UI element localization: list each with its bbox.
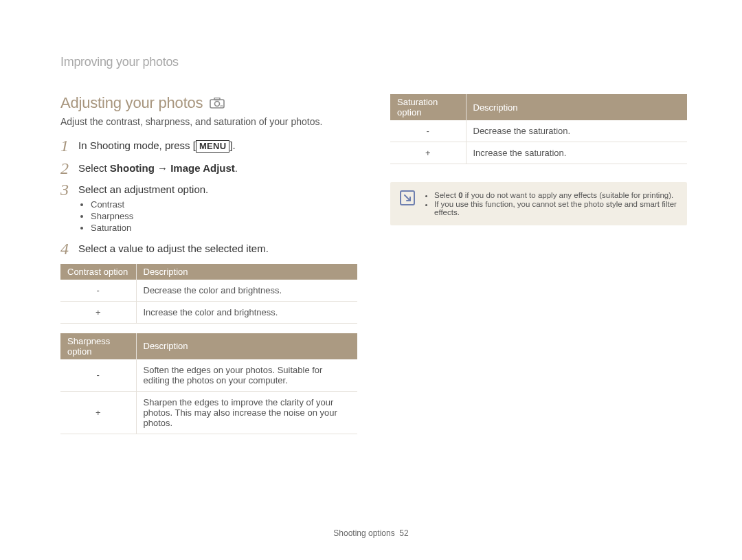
right-column: Saturation option Description - Decrease…: [390, 94, 687, 434]
table-cell-option: +: [60, 391, 136, 434]
step-1-text-post: ].: [229, 139, 235, 151]
table-row: - Decrease the color and brightness.: [60, 280, 357, 302]
table-header: Sharpness option: [60, 333, 136, 359]
step-4: Select a value to adjust the selected it…: [60, 243, 357, 254]
camera-mode-icon: P: [210, 97, 225, 109]
table-row: + Increase the saturation.: [390, 142, 687, 164]
note-box: Select 0 if you do not want to apply any…: [390, 182, 687, 225]
step-3: Select an adjustment option. Contrast Sh…: [60, 183, 357, 233]
table-header: Description: [136, 264, 357, 280]
table-cell-desc: Soften the edges on your photos. Suitabl…: [136, 359, 357, 392]
page-footer: Shooting options 52: [0, 528, 742, 538]
table-header: Contrast option: [60, 264, 136, 280]
note-line-1-pre: Select: [434, 191, 458, 199]
section-title-text: Adjusting your photos: [60, 94, 203, 112]
table-cell-desc: Sharpen the edges to improve the clarity…: [136, 391, 357, 434]
section-intro: Adjust the contrast, sharpness, and satu…: [60, 116, 357, 127]
table-cell-desc: Decrease the color and brightness.: [136, 280, 357, 302]
svg-text:P: P: [221, 104, 223, 109]
table-cell-option: -: [60, 280, 136, 302]
step-3-item: Sharpness: [91, 211, 357, 221]
step-2-text-post: .: [235, 162, 238, 174]
breadcrumb: Improving your photos: [60, 55, 687, 69]
table-cell-desc: Increase the color and brightness.: [136, 301, 357, 323]
step-1-text-pre: In Shooting mode, press [: [78, 139, 196, 151]
contrast-table: Contrast option Description - Decrease t…: [60, 264, 357, 324]
table-cell-desc: Increase the saturation.: [466, 142, 687, 164]
table-header: Description: [136, 333, 357, 359]
table-row: - Soften the edges on your photos. Suita…: [60, 359, 357, 392]
step-3-item: Saturation: [91, 223, 357, 233]
table-row: - Decrease the saturation.: [390, 120, 687, 142]
saturation-table: Saturation option Description - Decrease…: [390, 94, 687, 164]
table-header: Saturation option: [390, 94, 466, 120]
table-row: + Increase the color and brightness.: [60, 301, 357, 323]
note-list: Select 0 if you do not want to apply any…: [423, 190, 677, 217]
svg-point-2: [215, 102, 220, 107]
footer-label: Shooting options: [333, 528, 394, 538]
note-icon: [400, 190, 415, 205]
table-cell-desc: Decrease the saturation.: [466, 120, 687, 142]
left-column: Adjusting your photos P Adjust the contr…: [60, 94, 357, 434]
note-line-1-post: if you do not want to apply any effects …: [463, 191, 674, 199]
step-3-sublist: Contrast Sharpness Saturation: [78, 199, 357, 233]
table-cell-option: -: [390, 120, 466, 142]
step-3-item: Contrast: [91, 199, 357, 210]
footer-page-number: 52: [399, 528, 408, 538]
menu-button-label: MENU: [196, 140, 229, 153]
step-4-text: Select a value to adjust the selected it…: [78, 243, 269, 254]
svg-line-4: [405, 195, 410, 201]
table-cell-option: +: [390, 142, 466, 164]
section-title: Adjusting your photos P: [60, 94, 357, 112]
note-line-1: Select 0 if you do not want to apply any…: [434, 191, 677, 199]
table-cell-option: -: [60, 359, 136, 392]
step-2: Select Shooting → Image Adjust.: [60, 162, 357, 174]
step-3-text: Select an adjustment option.: [78, 183, 208, 195]
svg-rect-1: [214, 98, 220, 100]
step-2-text-pre: Select: [78, 162, 110, 174]
note-line-2: If you use this function, you cannot set…: [434, 200, 677, 216]
table-cell-option: +: [60, 301, 136, 323]
steps-list: In Shooting mode, press [MENU]. Select S…: [60, 139, 357, 254]
sharpness-table: Sharpness option Description - Soften th…: [60, 333, 357, 434]
table-header: Description: [466, 94, 687, 120]
step-2-bold: Shooting → Image Adjust: [110, 162, 235, 174]
table-row: + Sharpen the edges to improve the clari…: [60, 391, 357, 434]
step-1: In Shooting mode, press [MENU].: [60, 139, 357, 153]
